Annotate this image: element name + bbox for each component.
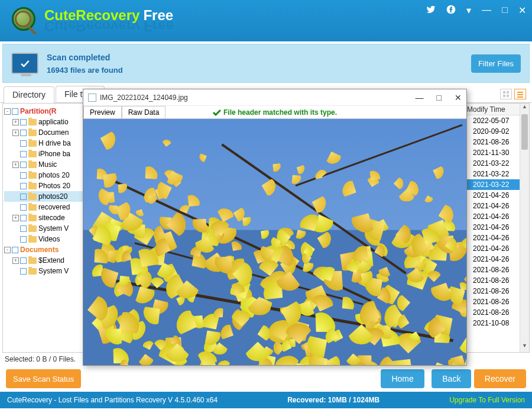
back-button[interactable]: Back [432,369,471,388]
app-brand: CuteRecoveryFree CuteRecovery Free [44,7,174,34]
checkbox[interactable] [20,257,27,264]
folder-icon [28,162,37,168]
folder-icon [28,151,37,157]
svg-rect-4 [507,95,509,97]
checkbox[interactable] [20,194,27,200]
expand-icon[interactable]: + [12,130,19,136]
checkbox[interactable] [20,204,27,211]
folder-icon [28,140,37,147]
svg-rect-7 [517,96,523,98]
preview-window: IMG_20221024_124049.jpg ― □ ✕ Preview Ra… [83,89,467,366]
minimize-icon[interactable]: ― [482,5,491,17]
tree-item[interactable]: photos20 [38,192,67,201]
column-modify-time[interactable]: Modify Time [467,105,505,114]
title-bar: CuteRecoveryFree CuteRecovery Free ▾ ― □… [0,0,532,41]
view-list-icon[interactable] [514,89,526,99]
tree-item[interactable]: $Extend [38,256,64,265]
tree-root-partition[interactable]: Partition(R [20,107,56,115]
expand-icon[interactable]: + [12,257,19,264]
folder-icon [28,225,37,232]
preview-minimize-icon[interactable]: ― [416,93,424,102]
checkbox[interactable] [20,236,27,243]
monitor-check-icon [11,53,38,74]
tree-item[interactable]: H drive ba [38,139,71,147]
tree-item[interactable]: iPhone ba [38,150,70,158]
checkbox[interactable] [20,183,27,189]
folder-icon [28,268,37,275]
folder-icon [28,257,37,264]
tree-item[interactable]: System V [38,267,69,275]
scrollbar[interactable]: ▲ ▼ [520,104,529,352]
checkbox[interactable] [20,172,27,179]
scan-title: Scan completed [47,53,123,62]
folder-icon [28,194,37,200]
scroll-thumb[interactable] [521,114,528,150]
preview-titlebar[interactable]: IMG_20221024_124049.jpg ― □ ✕ [83,89,466,106]
scroll-up-icon[interactable]: ▲ [520,104,529,113]
preview-maximize-icon[interactable]: □ [437,93,442,102]
checkbox[interactable] [20,140,27,147]
folder-icon [28,215,37,221]
checkbox[interactable] [20,151,27,157]
folder-icon [28,236,37,243]
checkbox[interactable] [20,268,27,275]
checkbox[interactable] [12,108,18,115]
tree-item[interactable]: recovered [38,203,70,211]
save-scan-button[interactable]: Save Scan Status [6,369,81,388]
preview-filename: IMG_20221024_124049.jpg [100,93,188,102]
menu-icon[interactable]: ▾ [466,5,471,17]
tree-item[interactable]: System V [38,224,69,233]
check-icon [213,109,221,116]
recover-button[interactable]: Recover [474,369,526,388]
tree-item[interactable]: Music [38,160,57,169]
tree-item[interactable]: applicatio [38,118,69,126]
svg-rect-1 [503,91,505,93]
expand-icon[interactable]: - [4,247,11,253]
tree-item[interactable]: Documen [38,128,69,137]
app-logo-icon [9,6,38,36]
folder-icon [28,119,37,125]
preview-close-icon[interactable]: ✕ [455,93,462,102]
svg-rect-6 [517,94,523,95]
tree-item[interactable]: Videos [38,235,60,243]
app-version: CuteRecovery - Lost Files and Partitions… [7,396,218,404]
svg-rect-3 [503,95,505,97]
folder-icon [28,183,37,189]
checkbox[interactable] [12,247,18,253]
facebook-icon[interactable] [446,5,456,17]
preview-tab-preview[interactable]: Preview [83,106,122,118]
checkbox[interactable] [20,225,27,232]
expand-icon[interactable]: - [4,108,11,115]
scan-count: 16943 files are found [47,66,123,75]
tab-directory[interactable]: Directory [4,86,54,103]
tree-item[interactable]: photos 20 [38,171,70,179]
folder-icon [28,172,37,179]
expand-icon[interactable]: + [12,162,19,168]
view-grid-icon[interactable] [500,89,512,99]
checkbox[interactable] [20,162,27,168]
checkbox[interactable] [20,130,27,136]
close-icon[interactable]: ✕ [518,5,526,17]
brand-reflection: CuteRecovery Free [44,18,174,34]
file-icon [88,93,96,102]
preview-tab-rawdata[interactable]: Raw Data [122,106,166,118]
twitter-icon[interactable] [426,5,436,17]
checkbox[interactable] [20,119,27,125]
upgrade-link[interactable]: Upgrade To Full Version [449,396,525,404]
filter-files-button[interactable]: Filter Files [471,54,521,73]
scroll-down-icon[interactable]: ▼ [520,343,529,352]
tree-root-documents[interactable]: Documents [20,246,59,254]
bottom-bar: CuteRecovery - Lost Files and Partitions… [0,392,532,408]
tree-item[interactable]: Photos 20 [38,182,70,190]
tree-item[interactable]: sitecode [38,214,65,222]
home-button[interactable]: Home [381,369,424,388]
svg-rect-2 [507,91,509,93]
svg-rect-5 [517,92,523,93]
recovered-progress: Recovered: 10MB / 1024MB [287,396,379,404]
expand-icon[interactable]: + [12,215,19,221]
checkbox[interactable] [20,215,27,221]
scan-status-bar: Scan completed 16943 files are found Fil… [2,44,530,83]
maximize-icon[interactable]: □ [502,5,508,17]
expand-icon[interactable]: + [12,119,19,125]
header-match-message: File header matched with its type. [213,108,337,117]
